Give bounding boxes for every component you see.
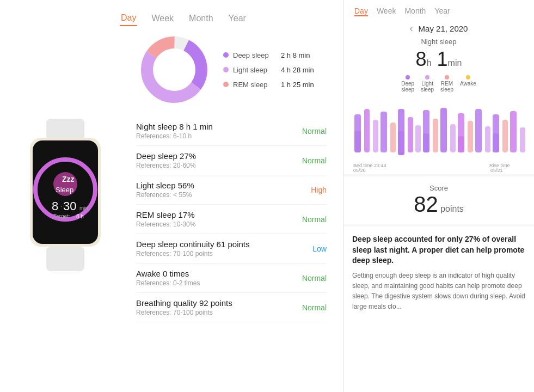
score-display: 82 points (352, 192, 525, 217)
svg-text:05/21: 05/21 (490, 168, 503, 173)
score-section: Score 82 points (343, 176, 534, 224)
score-value: 82 (414, 192, 438, 216)
metric-status: Normal (294, 274, 327, 283)
metric-title: Light sleep 56% (136, 181, 194, 190)
min-unit: min (448, 58, 462, 68)
metric-ref: References: 70-100 points (136, 309, 232, 316)
tab-day[interactable]: Day (120, 11, 137, 26)
svg-text:Bed time 23:44: Bed time 23:44 (353, 163, 386, 168)
metric-title: Breathing quality 92 points (136, 298, 232, 308)
donut-chart (136, 32, 212, 108)
svg-rect-42 (502, 120, 508, 152)
description-section: Deep sleep accounted for only 27% of ove… (343, 226, 534, 392)
metric-ref: References: 6-10 h (136, 132, 213, 140)
svg-text:30: 30 (63, 199, 76, 213)
rem-sleep-value: 1 h 25 min (281, 81, 314, 89)
right-light-label: Lightsleep (421, 81, 434, 93)
right-tab-month[interactable]: Month (404, 7, 426, 16)
svg-rect-31 (423, 133, 429, 152)
table-row: Deep sleep continuity 61 points Referenc… (136, 234, 327, 264)
chevron-left-icon[interactable]: ‹ (410, 23, 413, 34)
table-row: Breathing quality 92 points References: … (136, 293, 327, 322)
legend-light-sleep: Light sleep 4 h 28 min (223, 66, 314, 74)
tab-week[interactable]: Week (150, 11, 175, 26)
right-rem-label: REMsleep (440, 81, 453, 93)
svg-rect-22 (364, 109, 370, 152)
metric-ref: References: 10-30% (136, 220, 195, 228)
legend-item-light: Lightsleep (421, 75, 434, 93)
data-column: Day Week Month Year (120, 5, 343, 392)
svg-rect-29 (415, 125, 421, 152)
metric-status: Normal (294, 156, 327, 165)
desc-body: Getting enough deep sleep is an indicato… (352, 271, 525, 313)
metric-ref: References: < 55% (136, 191, 194, 199)
sleep-hours: 8 (416, 48, 427, 70)
sleep-type-label: Night sleep (354, 38, 523, 46)
metric-title: Deep sleep continuity 61 points (136, 240, 249, 249)
watch-column: Zzz Sleep 8 . 30 min Target: 8 h (0, 5, 120, 392)
svg-text:05/20: 05/20 (353, 168, 366, 173)
tab-year[interactable]: Year (228, 11, 247, 26)
chart-legend-row: Deep sleep 2 h 8 min Light sleep 4 h 28 … (120, 32, 343, 108)
right-tab-day[interactable]: Day (354, 7, 368, 16)
right-awake-dot (466, 75, 470, 79)
svg-rect-21 (354, 131, 361, 152)
right-deep-label: Deepsleep (401, 81, 414, 93)
date-navigation: ‹ May 21, 2020 (354, 23, 523, 34)
svg-rect-37 (468, 121, 473, 152)
table-row: Deep sleep 27% References: 20-60% Normal (136, 146, 327, 175)
left-panel: Zzz Sleep 8 . 30 min Target: 8 h Day (0, 0, 343, 392)
right-top-section: Day Week Month Year ‹ May 21, 2020 Night… (343, 0, 534, 98)
current-date: May 21, 2020 (419, 24, 468, 33)
svg-text:8: 8 (52, 199, 58, 213)
rem-sleep-label: REM sleep (233, 81, 277, 89)
svg-text:Zzz: Zzz (62, 175, 75, 183)
svg-text:8 h: 8 h (76, 213, 84, 219)
svg-rect-34 (450, 124, 456, 152)
deep-sleep-dot (223, 52, 229, 58)
tab-month[interactable]: Month (188, 11, 214, 26)
svg-rect-43 (510, 111, 517, 152)
svg-rect-25 (390, 122, 396, 152)
score-unit: points (440, 204, 464, 213)
sleep-minutes: 1 (437, 48, 448, 70)
right-panel: Day Week Month Year ‹ May 21, 2020 Night… (343, 0, 534, 392)
svg-rect-28 (408, 117, 413, 152)
sleep-duration: 8h 1min (354, 48, 523, 71)
tab-navigation: Day Week Month Year (120, 11, 343, 26)
svg-rect-38 (475, 109, 482, 152)
svg-text:.: . (61, 201, 63, 208)
svg-rect-13 (46, 247, 84, 271)
svg-rect-39 (485, 126, 490, 152)
svg-text:Sleep: Sleep (56, 186, 73, 194)
table-row: Night sleep 8 h 1 min References: 6-10 h… (136, 117, 327, 146)
svg-rect-24 (380, 112, 387, 152)
right-tab-year[interactable]: Year (434, 7, 450, 16)
metric-status: High (294, 186, 327, 194)
legend-rem-sleep: REM sleep 1 h 25 min (223, 81, 314, 89)
svg-rect-41 (493, 133, 499, 152)
metric-ref: References: 70-100 points (136, 250, 249, 258)
svg-point-18 (154, 49, 195, 90)
metric-title: Deep sleep 27% (136, 151, 196, 161)
table-row: Light sleep 56% References: < 55% High (136, 175, 327, 205)
right-tab-navigation: Day Week Month Year (354, 7, 523, 16)
svg-rect-0 (46, 119, 84, 140)
right-sleep-legend: Deepsleep Lightsleep REMsleep Awake (354, 75, 523, 93)
right-deep-dot (406, 75, 410, 79)
svg-rect-44 (520, 127, 525, 152)
rem-sleep-dot (223, 82, 229, 87)
right-awake-label: Awake (460, 81, 476, 87)
metrics-list: Night sleep 8 h 1 min References: 6-10 h… (120, 117, 343, 322)
legend-deep-sleep: Deep sleep 2 h 8 min (223, 51, 314, 59)
right-tab-week[interactable]: Week (377, 7, 396, 16)
hours-unit: h (427, 58, 432, 68)
right-rem-dot (445, 75, 449, 79)
deep-sleep-value: 2 h 8 min (281, 51, 310, 59)
svg-rect-32 (433, 119, 438, 152)
right-light-dot (425, 75, 429, 79)
metric-title: Night sleep 8 h 1 min (136, 122, 213, 131)
deep-sleep-label: Deep sleep (233, 51, 277, 59)
legend-item-awake: Awake (460, 75, 476, 93)
light-sleep-label: Light sleep (233, 66, 277, 74)
